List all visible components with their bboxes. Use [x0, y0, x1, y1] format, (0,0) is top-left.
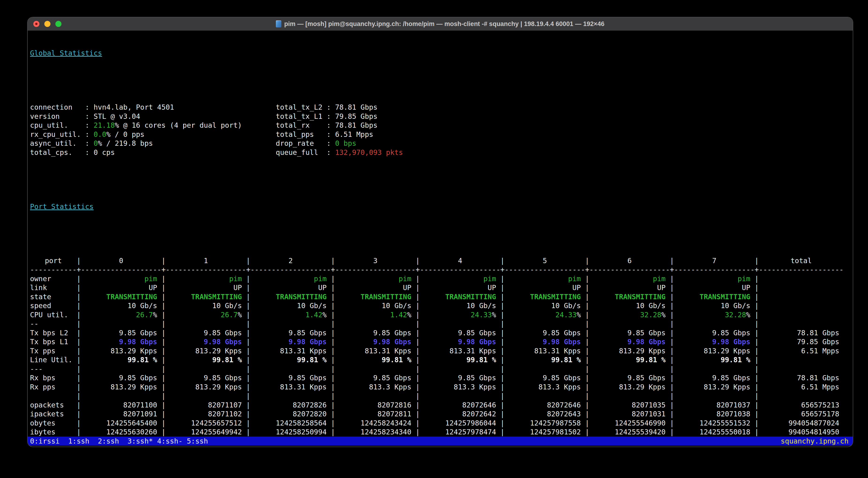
- window-title-text: pim — [mosh] pim@squanchy.ipng.ch: /home…: [284, 21, 604, 28]
- window-title: pim — [mosh] pim@squanchy.ipng.ch: /home…: [28, 18, 853, 30]
- table-row: ---|||||||||: [30, 365, 853, 374]
- table-row: rx-pkts|82.07 Mpkts|82.07 Mpkts|82.07 Mp…: [30, 446, 853, 447]
- table-row: speed|10 Gb/s|10 Gb/s|10 Gb/s|10 Gb/s|10…: [30, 301, 853, 310]
- table-row: Tx bps L1|9.98 Gbps|9.98 Gbps|9.98 Gbps|…: [30, 337, 853, 347]
- global-stats-block: connection : hvn4.lab, Port 4501 total_t…: [30, 103, 853, 157]
- table-row: opackets|82071100|82071107|82072826|8207…: [30, 401, 853, 410]
- terminal-content[interactable]: Global Statistics connection : hvn4.lab,…: [30, 31, 853, 447]
- table-row: link|UP|UP|UP|UP|UP|UP|UP|UP|: [30, 283, 853, 293]
- table-row: Tx pps|813.29 Kpps|813.29 Kpps|813.31 Kp…: [30, 347, 853, 356]
- port-table-divider: -----------+-------------------+--------…: [30, 265, 853, 274]
- global-stat-line: cpu_util. : 21.18% @ 16 cores (4 per dua…: [30, 121, 853, 130]
- port-table-header: port|0|1|2|3|4|5|6|7|total: [30, 257, 853, 266]
- table-row: --|||||||||: [30, 319, 853, 329]
- tmux-status-bar: 0:irssi 1:ssh 2:ssh 3:ssh* 4:ssh- 5:ssh …: [28, 437, 853, 446]
- table-row: |||||||||: [30, 391, 853, 401]
- table-row: Line Util.|99.81 %|99.81 %|99.81 %|99.81…: [30, 355, 853, 365]
- terminal-window: pim — [mosh] pim@squanchy.ipng.ch: /home…: [28, 18, 853, 447]
- global-stats-heading: Global Statistics: [30, 49, 853, 58]
- proxy-document-icon: [276, 21, 281, 27]
- port-stats-table: port|0|1|2|3|4|5|6|7|total-----------+--…: [30, 257, 853, 447]
- table-row: Rx bps|9.85 Gbps|9.85 Gbps|9.85 Gbps|9.8…: [30, 374, 853, 383]
- table-row: Tx bps L2|9.85 Gbps|9.85 Gbps|9.85 Gbps|…: [30, 329, 853, 338]
- table-row: Rx pps|813.29 Kpps|813.29 Kpps|813.31 Kp…: [30, 383, 853, 392]
- global-stat-line: rx_cpu_util. : 0.0% / 0 pps total_pps : …: [30, 130, 853, 139]
- table-row: state|TRANSMITTING|TRANSMITTING|TRANSMIT…: [30, 293, 853, 302]
- table-row: CPU util.|26.7%|26.7%|1.42%|1.42%|24.33%…: [30, 310, 853, 319]
- table-row: ibytes|124255630260|124255649942|1242582…: [30, 428, 853, 437]
- table-row: obytes|124255645400|124255657512|1242582…: [30, 419, 853, 428]
- global-stat-line: async_util. : 0% / 219.8 bps drop_rate :…: [30, 139, 853, 148]
- tmux-window-list[interactable]: 0:irssi 1:ssh 2:ssh 3:ssh* 4:ssh- 5:ssh: [30, 437, 208, 446]
- table-row: ipackets|82071091|82071102|82072820|8207…: [30, 410, 853, 419]
- global-stat-line: connection : hvn4.lab, Port 4501 total_t…: [30, 103, 853, 112]
- window-titlebar[interactable]: pim — [mosh] pim@squanchy.ipng.ch: /home…: [28, 18, 853, 31]
- port-stats-heading: Port Statistics: [30, 202, 853, 211]
- global-stat-line: total_cps. : 0 cps queue_full : 132,970,…: [30, 148, 853, 157]
- table-row: owner|pim|pim|pim|pim|pim|pim|pim|pim|: [30, 274, 853, 283]
- tmux-hostname: squanchy.ipng.ch: [781, 437, 848, 446]
- global-stat-line: version : STL @ v3.04 total_tx_L1 : 79.8…: [30, 112, 853, 121]
